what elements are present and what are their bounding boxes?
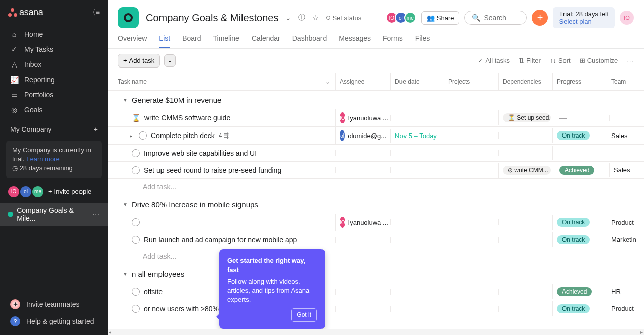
col-assignee[interactable]: Assignee: [335, 73, 390, 90]
complete-icon[interactable]: [139, 131, 147, 140]
projects-cell[interactable]: [444, 219, 498, 225]
dependencies-cell[interactable]: [498, 237, 552, 243]
col-projects[interactable]: Projects: [444, 73, 498, 90]
progress-cell[interactable]: On track: [552, 215, 607, 230]
sort-button[interactable]: ↑↓ Sort: [550, 57, 571, 64]
team-cell[interactable]: Product: [607, 216, 638, 229]
star-icon[interactable]: ☆: [312, 14, 319, 22]
tab-overview[interactable]: Overview: [118, 34, 147, 48]
team-cell[interactable]: Marketin: [607, 233, 640, 246]
more-icon[interactable]: ···: [627, 57, 634, 64]
horizontal-scrollbar[interactable]: ◂▸: [108, 329, 644, 335]
date-cell[interactable]: [390, 306, 444, 312]
add-company-icon[interactable]: +: [94, 125, 98, 133]
sidebar-project[interactable]: Company Goals & Mile... ···: [0, 203, 108, 226]
dependencies-cell[interactable]: [498, 150, 552, 156]
task-name-cell[interactable]: ⌛write CMMS software guide: [108, 114, 335, 122]
date-cell[interactable]: [390, 150, 444, 156]
team-cell[interactable]: Product: [607, 302, 638, 315]
invite-people-button[interactable]: + Invite people: [48, 188, 91, 195]
avatar-me[interactable]: me: [32, 186, 43, 197]
task-row[interactable]: Set up seed round to raise pre-seed fund…: [108, 162, 644, 179]
nav-goals[interactable]: ◎Goals: [0, 102, 108, 117]
complete-icon[interactable]: [132, 149, 140, 157]
nav-reporting[interactable]: 📈Reporting: [0, 72, 108, 87]
expand-icon[interactable]: ▸: [130, 133, 135, 139]
collapse-sidebar-icon[interactable]: 〈≡: [89, 8, 100, 17]
complete-icon[interactable]: [132, 288, 140, 296]
complete-icon[interactable]: [132, 166, 140, 174]
tab-forms[interactable]: Forms: [383, 34, 403, 48]
tab-timeline[interactable]: Timeline: [213, 34, 239, 48]
dependencies-cell[interactable]: [498, 306, 552, 312]
task-row[interactable]: Run launch and ad campaign for new mobil…: [108, 231, 644, 248]
info-icon[interactable]: ⓘ: [298, 13, 305, 22]
progress-cell[interactable]: —: [552, 146, 607, 160]
progress-cell[interactable]: On track: [552, 232, 607, 247]
section-header[interactable]: ▼n all employees: [108, 264, 644, 283]
progress-cell[interactable]: Achieved: [555, 163, 609, 178]
progress-cell[interactable]: On track: [552, 301, 607, 316]
team-cell[interactable]: Sales: [609, 163, 639, 177]
team-cell[interactable]: Sales: [607, 129, 637, 143]
tab-board[interactable]: Board: [182, 34, 201, 48]
projects-cell[interactable]: [444, 167, 498, 173]
share-button[interactable]: 👥Share: [421, 11, 460, 25]
select-plan-link[interactable]: Select plan: [559, 18, 591, 25]
logo[interactable]: asana: [8, 7, 43, 18]
invite-teammates-button[interactable]: ✦ Invite teammates: [0, 296, 108, 313]
progress-cell[interactable]: On track: [552, 128, 607, 143]
date-cell[interactable]: [390, 167, 444, 173]
date-cell[interactable]: [390, 289, 444, 295]
progress-cell[interactable]: Achieved: [552, 284, 607, 299]
h-avatar-me[interactable]: me: [404, 12, 416, 24]
learn-more-link[interactable]: Learn more: [26, 155, 59, 163]
customize-button[interactable]: ⊞ Customize: [580, 57, 618, 64]
team-cell[interactable]: HR: [607, 285, 637, 298]
col-due-date[interactable]: Due date: [390, 73, 444, 90]
col-task-name[interactable]: Task name⌄: [108, 73, 335, 90]
section-header[interactable]: ▼Generate $10M in revenue: [108, 91, 644, 109]
col-progress[interactable]: Progress: [552, 73, 607, 90]
tab-calendar[interactable]: Calendar: [252, 34, 280, 48]
dependencies-cell[interactable]: [498, 289, 552, 295]
assignee-cell[interactable]: [335, 237, 390, 243]
got-it-button[interactable]: Got it: [291, 308, 317, 322]
projects-cell[interactable]: [444, 237, 498, 243]
assignee-cell[interactable]: ololumide@g...: [335, 127, 390, 144]
task-name-cell[interactable]: Set up seed round to raise pre-seed fund…: [108, 166, 335, 174]
user-avatar[interactable]: IO: [620, 11, 634, 25]
add-task-inline[interactable]: Add task...: [108, 179, 644, 195]
all-tasks-button[interactable]: ✓ All tasks: [478, 57, 510, 64]
task-name-cell[interactable]: Run launch and ad campaign for new mobil…: [108, 236, 335, 244]
dependencies-cell[interactable]: [498, 132, 552, 139]
dependencies-cell[interactable]: [498, 219, 552, 225]
search-input[interactable]: 🔍Search: [464, 11, 527, 25]
section-header[interactable]: ▼Drive 80% Increase in mobile signups: [108, 195, 644, 214]
complete-icon[interactable]: [132, 236, 140, 244]
date-cell[interactable]: [390, 115, 444, 121]
tab-dashboard[interactable]: Dashboard: [292, 34, 327, 48]
company-header[interactable]: My Company +: [0, 119, 108, 138]
assignee-cell[interactable]: [335, 167, 390, 173]
dependencies-cell[interactable]: ⏳ Set up seed...: [498, 110, 555, 125]
col-team[interactable]: Team: [607, 73, 637, 90]
tab-files[interactable]: Files: [415, 34, 430, 48]
nav-inbox[interactable]: △Inbox: [0, 57, 108, 72]
col-dependencies[interactable]: Dependencies: [498, 73, 552, 90]
task-name-cell[interactable]: Improve web site capabilities and UI: [108, 149, 335, 157]
assignee-cell[interactable]: [335, 150, 390, 156]
complete-icon[interactable]: [132, 305, 140, 313]
date-cell[interactable]: [390, 219, 444, 225]
nav-my-tasks[interactable]: ✓My Tasks: [0, 42, 108, 57]
nav-portfolios[interactable]: ▭Portfolios: [0, 87, 108, 102]
task-row[interactable]: ▸Complete pitch deck4 ⇶ololumide@g...Nov…: [108, 127, 644, 145]
team-cell[interactable]: [607, 150, 637, 156]
assignee-cell[interactable]: [335, 306, 390, 312]
title-dropdown-icon[interactable]: ⌄: [285, 14, 291, 22]
team-cell[interactable]: [609, 115, 639, 121]
task-row[interactable]: IOIyanuoluwa ...On trackProduct: [108, 214, 644, 231]
date-cell[interactable]: [390, 237, 444, 243]
chevron-down-icon[interactable]: ⌄: [325, 78, 335, 85]
global-add-button[interactable]: +: [532, 10, 548, 26]
